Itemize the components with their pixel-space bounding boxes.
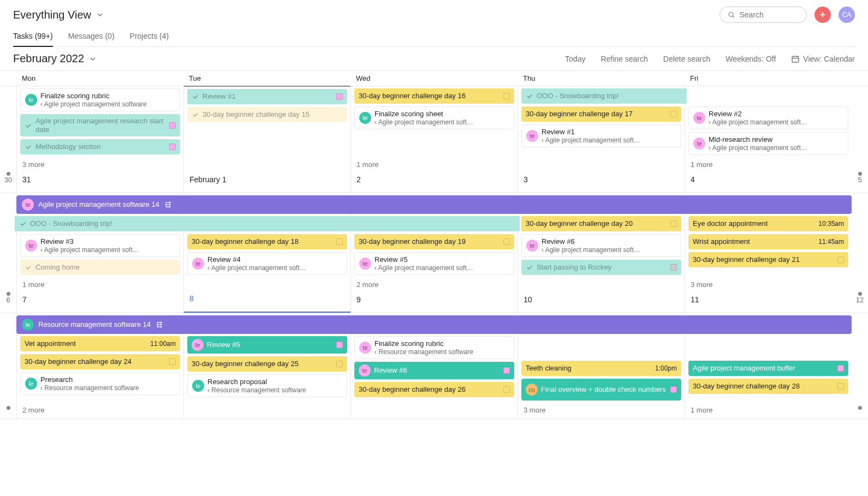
calendar-task[interactable]: teReview #6	[354, 362, 514, 379]
check-icon	[25, 143, 32, 151]
more-link[interactable]: 3 more	[688, 277, 848, 290]
view-selector[interactable]: View: Calendar	[791, 55, 855, 63]
calendar-task[interactable]: Start passing to Rockey	[521, 260, 681, 275]
chevron-down-icon[interactable]	[96, 10, 104, 19]
day-cell[interactable]: Review #130-day beginner challenge day 1…	[183, 86, 350, 193]
calendar-task[interactable]: Methodology section	[20, 139, 180, 154]
delete-search-button[interactable]: Delete search	[663, 55, 710, 63]
more-link[interactable]: 1 more	[354, 157, 514, 170]
more-link[interactable]: 1 more	[20, 277, 180, 290]
day-cell[interactable]: leFinalize scoring rubric‹ Agile project…	[16, 86, 183, 193]
task-title: Start passing to Rockey	[537, 263, 667, 272]
day-cell[interactable]: 30-day beginner challenge day 19teReview…	[350, 214, 518, 313]
calendar-task[interactable]: 30-day beginner challenge day 25	[187, 356, 347, 372]
calendar-task[interactable]: teReview #2‹ Agile project management so…	[688, 106, 848, 129]
search-input[interactable]	[739, 10, 799, 19]
day-cell[interactable]: 30-day beginner challenge day 18teReview…	[183, 214, 350, 313]
user-avatar[interactable]: CA	[839, 7, 855, 23]
tab-2[interactable]: Projects (4)	[130, 28, 169, 46]
week-dot[interactable]	[7, 292, 10, 296]
month-row: February 2022 Today Refine search Delete…	[0, 47, 868, 71]
calendar-task[interactable]: teReview #5	[187, 336, 347, 354]
calendar-task[interactable]: 30-day beginner challenge day 21	[688, 252, 848, 267]
calendar-task[interactable]: OOO - Snowboarding trip!	[521, 88, 687, 104]
day-cell[interactable]: 30-day beginner challenge day 20teReview…	[518, 214, 685, 313]
calendar-task[interactable]: leResearch proposal‹ Resource management…	[187, 374, 347, 397]
today-button[interactable]: Today	[565, 55, 585, 63]
calendar-task[interactable]: OOO - Snowboarding trip!	[15, 216, 186, 231]
more-link[interactable]: 2 more	[20, 403, 180, 415]
assignee-avatar: co	[526, 384, 538, 396]
span-task[interactable]: teAgile project management software 14	[16, 195, 852, 214]
day-cell[interactable]: OOO - Snowboarding trip!teReview #3‹ Agi…	[16, 214, 183, 313]
tab-0[interactable]: Tasks (99+)	[13, 28, 53, 47]
calendar-task[interactable]: 30-day beginner challenge day 16	[354, 88, 514, 104]
more-link[interactable]: 2 more	[354, 277, 514, 290]
check-icon	[19, 220, 27, 228]
calendar-task[interactable]: 30-day beginner challenge day 28	[688, 379, 848, 394]
week-dot[interactable]	[858, 172, 862, 176]
day-cell[interactable]: Eye doctor appointment10:35amWrist appoi…	[685, 214, 852, 313]
chevron-down-icon[interactable]	[88, 55, 97, 63]
day-cell[interactable]: Vet appointment11:00am30-day beginner ch…	[16, 334, 183, 419]
calendar-task[interactable]: teReview #4‹ Agile project management so…	[187, 252, 347, 275]
calendar-task[interactable]	[182, 216, 353, 231]
day-cell[interactable]: 30-day beginner challenge day 16leFinali…	[350, 86, 518, 193]
color-chip	[503, 238, 510, 245]
calendar-task[interactable]: Agile project management research start …	[20, 114, 180, 136]
task-title: Review #5	[374, 255, 509, 264]
calendar-task[interactable]: Eye doctor appointment10:35am	[688, 216, 848, 231]
task-title: 30-day beginner challenge day 15	[203, 110, 343, 119]
calendar-task[interactable]: teReview #5‹ Agile project management so…	[354, 252, 514, 275]
calendar-task[interactable]: coFinal overview + double check numbers	[521, 379, 681, 401]
calendar-task[interactable]: Coming home	[20, 260, 180, 275]
day-date: 11	[688, 292, 848, 309]
calendar-task[interactable]: teFinalize scoring rubric‹ Resource mana…	[354, 336, 514, 359]
weekends-toggle[interactable]: Weekends: Off	[726, 55, 776, 63]
day-cell[interactable]: Agile project management buffer30-day be…	[685, 334, 852, 419]
search-icon	[728, 10, 735, 19]
more-link[interactable]: 1 more	[688, 403, 848, 415]
calendar-task[interactable]: Wrist appointment11:45am	[688, 234, 848, 249]
calendar-task[interactable]: 30-day beginner challenge day 17	[521, 106, 681, 122]
task-title: Wrist appointment	[693, 237, 815, 246]
more-link[interactable]: 3 more	[521, 403, 681, 415]
more-link[interactable]: 3 more	[20, 157, 180, 170]
calendar-task[interactable]	[349, 216, 520, 231]
add-button[interactable]	[815, 7, 831, 23]
span-task[interactable]: leResource management software 14	[16, 315, 852, 334]
refine-search-button[interactable]: Refine search	[601, 55, 647, 63]
day-cell[interactable]: teFinalize scoring rubric‹ Resource mana…	[350, 334, 518, 419]
day-cell[interactable]: Teeth cleaning1:00pmcoFinal overview + d…	[518, 334, 685, 419]
more-link[interactable]: 1 more	[688, 157, 848, 170]
tab-1[interactable]: Messages (0)	[68, 28, 115, 46]
calendar-task[interactable]: leFinalize scoring sheet‹ Agile project …	[354, 106, 514, 129]
calendar-task[interactable]: Teeth cleaning1:00pm	[521, 361, 681, 376]
calendar-task[interactable]: 30-day beginner challenge day 20	[521, 216, 681, 231]
day-cell[interactable]: teReview #2‹ Agile project management so…	[685, 86, 852, 193]
week-dot[interactable]	[7, 406, 10, 410]
day-cell[interactable]: OOO - Snowboarding trip!30-day beginner …	[518, 86, 685, 193]
calendar-task[interactable]: teReview #1‹ Agile project management so…	[521, 124, 681, 147]
calendar-task[interactable]: leFinalize scoring rubric‹ Agile project…	[20, 88, 180, 111]
calendar-task[interactable]: Vet appointment11:00am	[20, 336, 180, 351]
day-cell[interactable]: teReview #530-day beginner challenge day…	[183, 334, 350, 419]
calendar-task[interactable]: Review #1	[187, 89, 347, 104]
week-dot[interactable]	[858, 406, 862, 410]
calendar-task[interactable]: teReview #6‹ Agile project management so…	[521, 234, 681, 257]
calendar-task[interactable]: 30-day beginner challenge day 15	[187, 107, 347, 122]
day-header: Mon	[16, 74, 183, 82]
calendar-task[interactable]: teMid-research review‹ Agile project man…	[688, 132, 848, 155]
week-dot[interactable]	[7, 172, 10, 176]
calendar-task[interactable]: 30-day beginner challenge day 24	[20, 354, 180, 369]
calendar-task[interactable]: lePresearch‹ Resource management softwar…	[20, 372, 180, 395]
calendar-task[interactable]: 30-day beginner challenge day 26	[354, 382, 514, 397]
search-box[interactable]	[720, 7, 807, 23]
month-title[interactable]: February 2022	[13, 52, 84, 65]
calendar-task[interactable]: 30-day beginner challenge day 19	[354, 234, 514, 249]
week-dot[interactable]	[858, 292, 862, 296]
calendar-task[interactable]: teReview #3‹ Agile project management so…	[20, 234, 180, 257]
calendar-task[interactable]: 30-day beginner challenge day 18	[187, 234, 347, 249]
calendar-task[interactable]: Agile project management buffer	[688, 361, 848, 376]
day-header: Fri	[685, 74, 852, 82]
